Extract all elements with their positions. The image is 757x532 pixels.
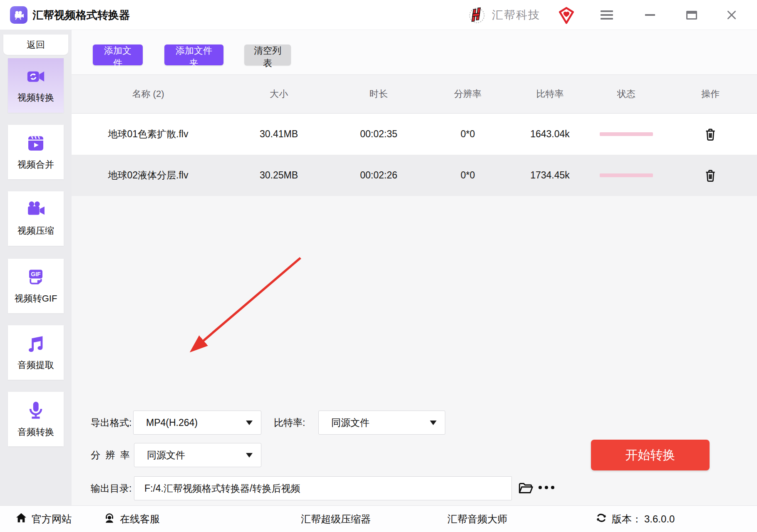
export-format-label: 导出格式: (91, 411, 132, 435)
output-dir-label: 输出目录: (91, 476, 132, 500)
sidebar-item-audio-convert[interactable]: 音频转换 (8, 392, 64, 446)
start-convert-button[interactable]: 开始转换 (591, 440, 710, 470)
resolution-value: 同源文件 (147, 450, 185, 460)
audio-master-link[interactable]: 汇帮音频大师 (447, 506, 507, 532)
cell-bitrate: 1643.04k (511, 129, 589, 140)
sidebar-item-label: 视频合并 (17, 158, 54, 171)
cell-size: 30.25MB (225, 170, 333, 181)
progress-bar (600, 173, 653, 177)
cell-duration: 00:02:35 (333, 129, 424, 140)
export-format-value: MP4(H.264) (146, 417, 198, 428)
official-site-label: 官方网站 (32, 512, 72, 526)
cell-resolution: 0*0 (424, 129, 511, 140)
cell-size: 30.41MB (225, 129, 333, 140)
vip-badge-icon[interactable] (558, 7, 575, 26)
audio-master-label: 汇帮音频大师 (447, 512, 507, 526)
audio-extract-icon (25, 334, 47, 355)
back-button[interactable]: 返回 (3, 35, 68, 55)
super-compressor-link[interactable]: 汇帮超级压缩器 (301, 506, 371, 532)
chevron-down-icon (246, 453, 253, 458)
sidebar: 返回 视频转换 视频合并 (0, 30, 72, 505)
cell-bitrate: 1734.45k (511, 170, 589, 181)
add-file-button[interactable]: 添加文件 (93, 45, 143, 65)
export-format-dropdown[interactable]: MP4(H.264) (133, 411, 261, 435)
col-resolution: 分辨率 (424, 88, 511, 100)
sidebar-item-video-compress[interactable]: 视频压缩 (8, 191, 64, 246)
video-to-gif-icon: GIF (25, 267, 47, 289)
progress-bar (600, 132, 653, 136)
cell-name: 地球02液体分层.flv (72, 169, 225, 182)
version-info: 版本： 3.6.0.0 (595, 506, 675, 532)
output-dir-field[interactable]: F:/4.汇帮视频格式转换器/转换后视频 (134, 476, 512, 500)
maximize-icon[interactable] (679, 0, 704, 30)
minimize-icon[interactable] (638, 0, 663, 30)
col-name: 名称 (2) (72, 88, 225, 100)
version-label: 版本： (612, 512, 642, 526)
more-options-icon[interactable] (539, 486, 554, 489)
sidebar-item-audio-extract[interactable]: 音频提取 (8, 325, 64, 380)
version-value: 3.6.0.0 (644, 513, 675, 525)
table-header: 名称 (2) 大小 时长 分辨率 比特率 状态 操作 (72, 75, 757, 114)
official-site-link[interactable]: 官方网站 (15, 506, 72, 532)
bitrate-dropdown[interactable]: 同源文件 (318, 411, 445, 435)
sidebar-item-label: 音频提取 (17, 359, 54, 371)
cell-duration: 00:02:26 (333, 170, 424, 181)
file-toolbar: 添加文件 添加文件夹 清空列表 (72, 30, 757, 75)
bitrate-value: 同源文件 (331, 417, 370, 428)
clear-list-button[interactable]: 清空列表 (244, 45, 291, 65)
refresh-icon (595, 512, 608, 527)
brand-h-icon (467, 5, 487, 27)
svg-text:GIF: GIF (31, 271, 41, 277)
col-size: 大小 (225, 88, 333, 100)
cell-name: 地球01色素扩散.flv (72, 128, 225, 141)
super-compressor-label: 汇帮超级压缩器 (301, 512, 371, 526)
video-convert-icon (24, 67, 47, 88)
col-bitrate: 比特率 (511, 88, 589, 100)
close-icon[interactable] (719, 0, 744, 30)
trash-icon[interactable] (702, 126, 718, 143)
sidebar-item-video-merge[interactable]: 视频合并 (8, 125, 64, 179)
app-logo-icon (10, 6, 27, 24)
trash-icon[interactable] (702, 167, 718, 184)
sidebar-item-video-convert[interactable]: 视频转换 (8, 58, 64, 113)
sidebar-item-label: 视频压缩 (17, 225, 54, 237)
video-merge-icon (25, 133, 47, 155)
col-duration: 时长 (333, 88, 424, 100)
sidebar-item-label: 视频转GIF (15, 292, 57, 305)
table-row: 地球01色素扩散.flv 30.41MB 00:02:35 0*0 1643.0… (72, 114, 757, 155)
brand-name: 汇帮科技 (492, 0, 540, 30)
resolution-dropdown[interactable]: 同源文件 (134, 443, 261, 467)
titlebar: 汇帮视频格式转换器 汇帮科技 (0, 0, 757, 30)
menu-icon[interactable] (594, 0, 619, 30)
add-folder-button[interactable]: 添加文件夹 (164, 45, 223, 65)
footer: 官方网站 在线客服 汇帮超级压缩器 汇帮音频大师 版本 (0, 505, 757, 532)
sidebar-item-video-to-gif[interactable]: GIF 视频转GIF (8, 259, 64, 313)
chevron-down-icon (430, 421, 437, 425)
resolution-label: 分 辨 率 : (91, 443, 139, 467)
online-service-link[interactable]: 在线客服 (103, 506, 160, 532)
bitrate-label: 比特率: (274, 411, 305, 435)
cell-resolution: 0*0 (424, 170, 511, 181)
chevron-down-icon (246, 421, 253, 425)
col-action: 操作 (664, 88, 757, 100)
customer-service-icon (103, 512, 116, 527)
sidebar-item-label: 音频转换 (17, 426, 54, 438)
video-compress-icon (24, 200, 48, 221)
folder-open-icon[interactable] (518, 481, 534, 496)
table-row: 地球02液体分层.flv 30.25MB 00:02:26 0*0 1734.4… (72, 155, 757, 196)
main-panel: 添加文件 添加文件夹 清空列表 名称 (2) 大小 时长 分辨率 比特率 状态 … (72, 30, 757, 505)
online-service-label: 在线客服 (120, 512, 160, 526)
home-icon (15, 512, 27, 527)
col-status: 状态 (589, 88, 664, 100)
app-title: 汇帮视频格式转换器 (32, 0, 130, 30)
audio-convert-icon (25, 400, 46, 422)
sidebar-item-label: 视频转换 (17, 92, 54, 104)
